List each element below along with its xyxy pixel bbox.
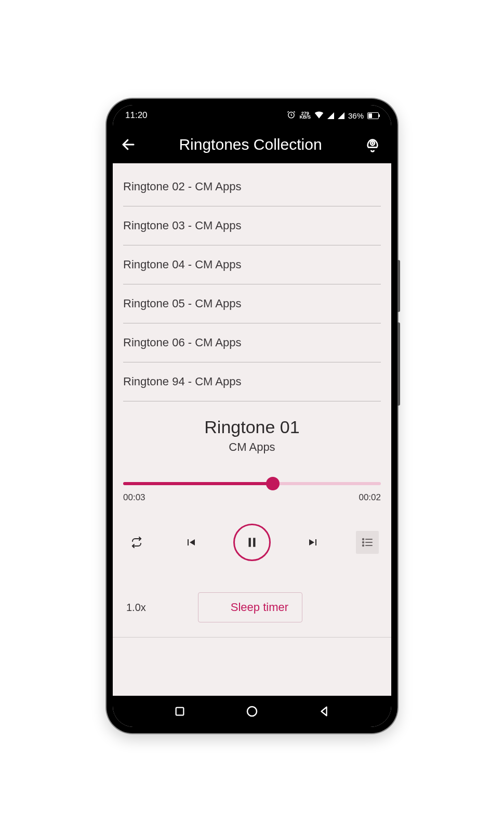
- app-title: Ringtones Collection: [147, 136, 354, 153]
- time-remaining: 00:02: [359, 492, 381, 503]
- ringtone-list: Ringtone 02 - CM Apps Ringtone 03 - CM A…: [113, 163, 391, 401]
- app-bar: Ringtones Collection: [113, 126, 391, 163]
- signal-icon-1: [327, 112, 334, 119]
- back-button[interactable]: [119, 135, 138, 154]
- volume-button: [397, 260, 400, 312]
- net-speed-unit: KB/S: [299, 115, 311, 119]
- list-item[interactable]: Ringtone 04 - CM Apps: [123, 245, 381, 284]
- svg-point-6: [363, 545, 364, 546]
- previous-button[interactable]: [179, 531, 202, 554]
- system-nav-bar: [113, 696, 391, 727]
- svg-point-8: [247, 707, 257, 716]
- list-item[interactable]: Ringtone 05 - CM Apps: [123, 284, 381, 323]
- player-controls: [123, 524, 381, 561]
- svg-point-5: [363, 542, 364, 543]
- recent-apps-button[interactable]: [169, 701, 190, 722]
- moon-icon: [212, 600, 223, 615]
- now-playing-artist: CM Apps: [123, 440, 381, 454]
- status-bar: 11:20 279 KB/S 36%: [113, 105, 391, 126]
- svg-rect-2: [249, 538, 251, 547]
- add-ringtone-button[interactable]: [363, 135, 382, 154]
- signal-icon-2: [338, 112, 344, 119]
- pause-button[interactable]: [233, 524, 271, 561]
- home-button[interactable]: [242, 701, 262, 722]
- next-button[interactable]: [302, 531, 325, 554]
- time-elapsed: 00:03: [123, 492, 145, 503]
- progress-container: 00:03 00:02: [123, 482, 381, 503]
- list-item[interactable]: Ringtone 94 - CM Apps: [123, 362, 381, 401]
- progress-thumb[interactable]: [266, 477, 280, 490]
- power-button: [397, 322, 400, 406]
- status-time: 11:20: [125, 110, 148, 121]
- wifi-icon: [314, 111, 324, 120]
- progress-fill: [123, 482, 273, 485]
- status-indicators: 279 KB/S 36%: [287, 110, 379, 121]
- svg-point-4: [363, 539, 364, 540]
- battery-pct: 36%: [348, 111, 364, 120]
- now-playing-title: Ringtone 01: [123, 417, 381, 437]
- progress-times: 00:03 00:02: [123, 492, 381, 503]
- player-panel: Ringtone 01 CM Apps 00:03 00:02: [113, 401, 391, 637]
- content: Ringtone 02 - CM Apps Ringtone 03 - CM A…: [113, 163, 391, 696]
- list-item[interactable]: Ringtone 06 - CM Apps: [123, 323, 381, 362]
- list-item[interactable]: Ringtone 02 - CM Apps: [123, 167, 381, 206]
- playback-speed[interactable]: 1.0x: [126, 602, 146, 614]
- progress-bar[interactable]: [123, 482, 381, 485]
- svg-rect-3: [253, 538, 255, 547]
- list-item[interactable]: Ringtone 03 - CM Apps: [123, 206, 381, 245]
- alarm-icon: [287, 110, 296, 121]
- back-nav-button[interactable]: [314, 701, 335, 722]
- player-bottom-row: 1.0x Sleep timer: [123, 592, 381, 631]
- repeat-button[interactable]: [125, 531, 148, 554]
- network-speed: 279 KB/S: [299, 112, 311, 119]
- battery-icon: [367, 112, 379, 119]
- queue-button[interactable]: [356, 531, 379, 554]
- sleep-timer-label: Sleep timer: [231, 601, 288, 614]
- spacer: [113, 638, 391, 696]
- sleep-timer-button[interactable]: Sleep timer: [198, 592, 302, 622]
- svg-rect-7: [176, 708, 184, 716]
- screen: 11:20 279 KB/S 36%: [113, 105, 391, 727]
- phone-frame: 11:20 279 KB/S 36%: [107, 99, 397, 733]
